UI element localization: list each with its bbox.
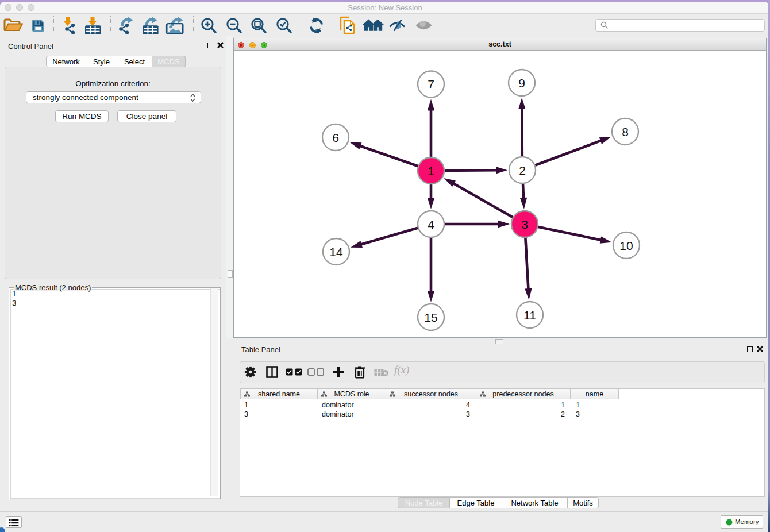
svg-text:2: 2 — [519, 164, 526, 177]
svg-text:14: 14 — [329, 245, 343, 259]
svg-text:1: 1 — [428, 164, 434, 178]
svg-text:8: 8 — [622, 125, 629, 138]
svg-text:7: 7 — [428, 78, 434, 91]
svg-text:10: 10 — [619, 239, 633, 252]
svg-text:4: 4 — [428, 218, 434, 231]
svg-text:3: 3 — [521, 218, 528, 231]
svg-text:9: 9 — [518, 76, 525, 90]
svg-text:15: 15 — [424, 311, 437, 324]
svg-text:6: 6 — [332, 131, 339, 144]
svg-text:11: 11 — [523, 309, 536, 322]
